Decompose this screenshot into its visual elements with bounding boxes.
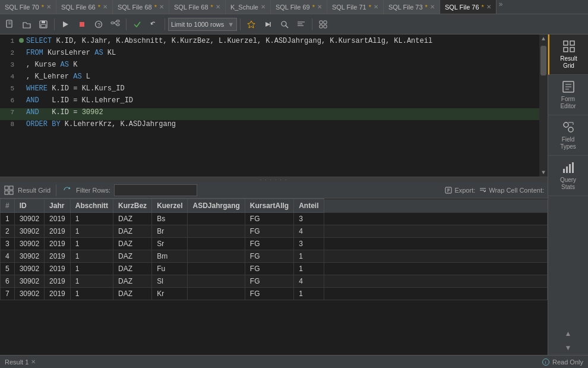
cell-kurzbez: DAZ <box>113 288 152 300</box>
save-button[interactable] <box>36 17 51 32</box>
tab-close-btn[interactable]: ✕ <box>216 4 220 10</box>
breakpoint-dot[interactable] <box>19 38 24 43</box>
tab-sql71[interactable]: SQL File 71 * ✕ <box>327 0 384 14</box>
tab-close-btn[interactable]: ✕ <box>486 4 491 10</box>
svg-rect-12 <box>116 24 119 26</box>
tab-label: SQL File 68 <box>118 4 152 11</box>
cell-kurzbez: DAZ <box>113 250 152 263</box>
svg-marker-15 <box>248 21 255 28</box>
explain-button[interactable]: ? <box>91 17 106 32</box>
bookmark-button[interactable] <box>244 17 259 32</box>
scroll-down-arrow[interactable]: ▼ <box>539 168 548 177</box>
snippets-button[interactable] <box>315 17 331 32</box>
col-header-jahr[interactable]: Jahr <box>45 199 71 213</box>
sidebar-item-result-grid[interactable]: ResultGrid <box>548 34 588 75</box>
sidebar-item-query-stats[interactable]: QueryStats <box>548 156 588 196</box>
col-header-kursartallg[interactable]: KursartAllg <box>245 199 293 213</box>
svg-rect-7 <box>80 22 84 27</box>
rollback-button[interactable] <box>146 17 162 32</box>
result-tab-close[interactable]: ✕ <box>31 358 36 365</box>
cell-kurzbez: DAZ <box>113 225 152 238</box>
code-editor[interactable]: 1 SELECT K.ID, K.Jahr, K.Abschnitt, K.Ku… <box>0 34 548 177</box>
col-header-id[interactable]: ID <box>14 199 44 213</box>
data-table-container[interactable]: # ID Jahr Abschnitt KurzBez Kuerzel ASDJ… <box>0 199 548 355</box>
wrap-label: Wrap Cell Content: <box>489 187 544 194</box>
format-button[interactable] <box>293 17 309 32</box>
tab-close-btn[interactable]: ✕ <box>159 4 164 10</box>
line-number: 6 <box>2 97 14 104</box>
cell-empty <box>324 238 547 250</box>
svg-rect-4 <box>42 21 45 23</box>
cell-kuerzel: Bm <box>152 250 188 263</box>
tab-sql76[interactable]: SQL File 76 * ✕ <box>440 0 497 14</box>
open-file-button[interactable] <box>19 17 34 32</box>
tab-sql68a[interactable]: SQL File 68 * ✕ <box>113 0 169 14</box>
cell-kursartallg: FG <box>245 225 293 238</box>
tab-kschule[interactable]: K_Schule ✕ <box>226 0 271 14</box>
tab-close-btn[interactable]: ✕ <box>317 4 322 10</box>
tab-sql68b[interactable]: SQL File 68 * ✕ <box>169 0 226 14</box>
sidebar-expand-down-btn[interactable]: ▼ <box>548 341 589 355</box>
sidebar-item-field-types[interactable]: FieldTypes <box>548 115 588 156</box>
tab-close-btn[interactable]: ✕ <box>103 4 108 10</box>
wrap-cell-content-button[interactable]: Wrap Cell Content: <box>479 186 544 194</box>
col-header-abschnitt[interactable]: Abschnitt <box>70 199 113 213</box>
editor-area: 1 SELECT K.ID, K.Jahr, K.Abschnitt, K.Ku… <box>0 34 548 355</box>
col-header-asdjahrgang[interactable]: ASDJahrgang <box>188 199 245 213</box>
limit-rows-select[interactable]: Limit to 1000 rows ▼ <box>168 18 237 31</box>
tab-close-btn[interactable]: ✕ <box>430 4 435 10</box>
stop-button[interactable] <box>74 17 90 32</box>
cell-jahr: 2019 <box>45 213 71 225</box>
svg-point-17 <box>282 21 286 26</box>
cell-id: 30902 <box>14 225 44 238</box>
tab-modified-indicator: * <box>369 4 371 11</box>
result-tab[interactable]: Result 1 ✕ <box>5 358 36 366</box>
tab-close-btn[interactable]: ✕ <box>374 4 378 10</box>
tab-sql66[interactable]: SQL File 66 * ✕ <box>56 0 113 14</box>
query-stats-icon <box>561 161 576 175</box>
sidebar-item-form-editor[interactable]: FormEditor <box>548 75 588 115</box>
tab-close-btn[interactable]: ✕ <box>261 4 265 10</box>
sidebar-expand-up-btn[interactable]: ▲ <box>548 326 589 341</box>
tab-sql73[interactable]: SQL File 73 * ✕ <box>384 0 440 14</box>
tab-sql69[interactable]: SQL File 69 * ✕ <box>271 0 327 14</box>
tabs-overflow-btn[interactable]: » <box>497 0 505 14</box>
cell-kuerzel: Kr <box>152 288 188 300</box>
cell-id: 30902 <box>14 213 44 225</box>
scroll-up-arrow[interactable]: ▲ <box>539 34 548 43</box>
export-button[interactable]: Export: <box>444 186 475 194</box>
resize-handle[interactable]: · · · · · · <box>0 177 548 182</box>
col-header-kuerzel[interactable]: Kuerzel <box>152 199 188 213</box>
grid-icon[interactable] <box>4 185 14 196</box>
cell-kursartallg: FG <box>245 213 293 225</box>
main-container: 1 SELECT K.ID, K.Jahr, K.Abschnitt, K.Ku… <box>0 34 588 355</box>
scroll-thumb[interactable] <box>540 46 546 76</box>
right-sidebar: ResultGrid FormEditor FieldTypes <box>548 34 588 355</box>
col-header-anteil[interactable]: Anteil <box>294 199 324 213</box>
code-token: KL <box>103 49 116 57</box>
refresh-icon[interactable] <box>62 185 72 196</box>
col-header-rownum: # <box>1 199 15 213</box>
code-line-1: 1 SELECT K.ID, K.Jahr, K.Abschnitt, K.Ku… <box>0 37 548 49</box>
search-button[interactable] <box>277 17 292 32</box>
editor-vscrollbar[interactable]: ▲ ▼ <box>539 34 548 177</box>
export-label: Export: <box>454 187 475 194</box>
table-row: 7 30902 2019 1 DAZ Kr FG 1 <box>1 288 548 300</box>
tab-sql70[interactable]: SQL File 70 * ✕ <box>0 0 56 14</box>
new-file-button[interactable] <box>2 17 18 32</box>
result-table: # ID Jahr Abschnitt KurzBez Kuerzel ASDJ… <box>0 199 548 300</box>
svg-marker-6 <box>63 21 68 27</box>
run-again-button[interactable] <box>260 17 276 32</box>
commit-button[interactable] <box>129 17 145 32</box>
result-tab-label: Result 1 <box>5 358 29 366</box>
filter-rows-input[interactable] <box>114 184 197 196</box>
svg-point-45 <box>568 127 573 132</box>
svg-line-18 <box>286 26 288 28</box>
scroll-track[interactable] <box>539 43 548 168</box>
tab-close-btn[interactable]: ✕ <box>46 4 51 10</box>
visual-explain-button[interactable] <box>108 17 123 32</box>
col-header-kurzbez[interactable]: KurzBez <box>113 199 152 213</box>
tab-label: K_Schule <box>230 4 258 11</box>
tab-modified-indicator: * <box>42 4 44 11</box>
execute-button[interactable] <box>58 17 73 32</box>
